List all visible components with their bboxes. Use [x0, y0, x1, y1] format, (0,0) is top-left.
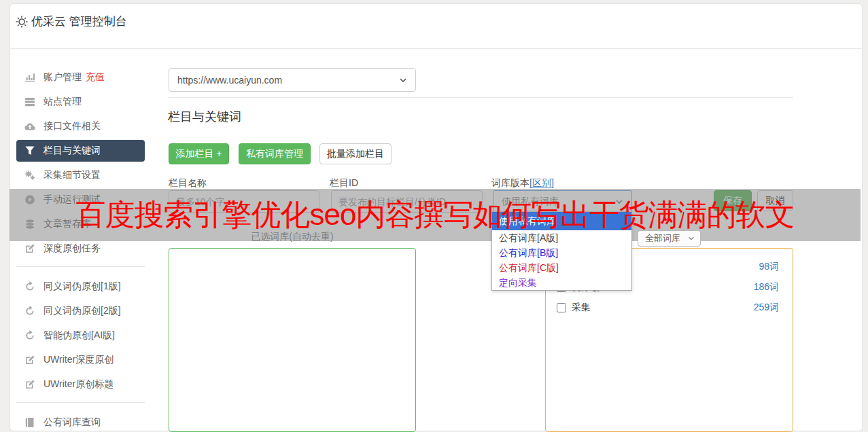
gears-icon — [24, 170, 35, 181]
sidebar-item-collection-settings[interactable]: 采集细节设置 — [16, 163, 145, 187]
word-list-label: 采集 — [572, 302, 591, 314]
word-list-row: 采集259词 — [546, 298, 793, 318]
sidebar-item-label: 深度原创任务 — [44, 242, 101, 255]
chevron-down-icon — [399, 76, 407, 84]
word-count: 259词 — [754, 302, 779, 314]
lexicon-filter-select[interactable]: 全部词库 — [638, 230, 701, 247]
dropdown-option-4[interactable]: 定向采集 — [492, 275, 631, 290]
sidebar-item-uwriter-original-title[interactable]: UWriter原创标题 — [16, 372, 145, 397]
word-count: 186词 — [754, 281, 779, 293]
sidebar-item-label: 同义词伪原创[2版] — [44, 305, 121, 317]
lexicon-version-label: 词库版本[区别] — [491, 177, 554, 190]
header-bar: 优采云 管理控制台 — [10, 3, 863, 49]
funnel-icon — [24, 145, 35, 156]
sidebar-item-uwriter-deep-original[interactable]: UWriter深度原创 — [16, 348, 145, 372]
sidebar-item-synonym-rewrite-v2[interactable]: 同义词伪原创[2版] — [16, 299, 145, 323]
sidebar-item-label: 账户管理 — [44, 71, 82, 84]
app-title: 优采云 管理控制台 — [31, 14, 127, 29]
dropdown-option-3[interactable]: 公有词库[C版] — [492, 260, 631, 275]
version-difference-link[interactable]: [区别] — [530, 177, 554, 188]
sidebar: 账户管理充值站点管理接口文件相关栏目与关键词采集细节设置手动运行测试文章暂存库深… — [16, 65, 145, 432]
edit-icon — [24, 379, 35, 390]
sidebar-item-label: UWriter原创标题 — [44, 378, 114, 391]
dropdown-option-0[interactable]: 使用私有词库 — [492, 212, 631, 230]
private-lexicon-button[interactable]: 私有词库管理 — [239, 143, 311, 164]
sidebar-item-label: 同义词伪原创[1版] — [44, 281, 121, 293]
sidebar-item-label: 站点管理 — [44, 96, 82, 108]
recharge-link[interactable]: 充值 — [86, 71, 105, 84]
page-title: 栏目与关键词 — [168, 109, 241, 125]
sidebar-divider — [16, 266, 145, 267]
sidebar-divider — [16, 402, 145, 403]
lexicon-version-dropdown: 使用私有词库公有词库[A版]公有词库[B版]公有词库[C版]定向采集 — [491, 211, 632, 291]
lexicon-filter-value: 全部词库 — [645, 232, 680, 245]
selected-lexicon-box — [169, 248, 416, 432]
header-content-divider — [169, 97, 793, 98]
book-icon — [24, 417, 35, 428]
cloud-upload-icon — [24, 121, 35, 132]
sidebar-item-label: 智能伪原创[AI版] — [44, 329, 115, 342]
column-id-label: 栏目ID — [330, 177, 358, 190]
site-url-select[interactable]: https://www.ucaiyun.com — [169, 68, 416, 92]
sidebar-item-public-lexicon-query[interactable]: 公有词库查询 — [16, 410, 145, 432]
bar-chart-icon — [24, 72, 35, 83]
refresh-icon — [24, 330, 35, 341]
word-count: 98词 — [759, 261, 779, 273]
dropdown-option-2[interactable]: 公有词库[B版] — [492, 245, 631, 260]
sidebar-item-ai-rewrite[interactable]: 智能伪原创[AI版] — [16, 323, 145, 348]
app-root: 优采云 管理控制台 账户管理充值站点管理接口文件相关栏目与关键词采集细节设置手动… — [0, 0, 868, 432]
refresh-icon — [24, 281, 35, 292]
server-icon — [24, 96, 35, 107]
edit-icon — [24, 243, 35, 254]
sidebar-item-label: 栏目与关键词 — [44, 145, 101, 157]
word-list-checkbox[interactable] — [557, 303, 566, 312]
sidebar-item-label: 采集细节设置 — [44, 169, 101, 181]
refresh-icon — [24, 306, 35, 317]
sidebar-item-label: 公有词库查询 — [44, 416, 101, 429]
gear-icon — [15, 15, 29, 29]
overlay-band — [10, 189, 861, 241]
batch-add-button[interactable]: 批量添加栏目 — [319, 143, 392, 164]
sidebar-item-label: 接口文件相关 — [44, 120, 101, 132]
sidebar-item-label: UWriter深度原创 — [44, 354, 114, 366]
sidebar-item-columns-keywords[interactable]: 栏目与关键词 — [16, 140, 145, 162]
sidebar-item-account-management[interactable]: 账户管理充值 — [16, 65, 145, 90]
dropdown-option-1[interactable]: 公有词库[A版] — [492, 230, 631, 245]
edit-icon — [24, 355, 35, 365]
sidebar-item-site-management[interactable]: 站点管理 — [16, 90, 145, 114]
site-url-value: https://www.ucaiyun.com — [177, 75, 282, 86]
chevron-down-icon — [688, 235, 695, 242]
sidebar-item-interface-files[interactable]: 接口文件相关 — [16, 114, 145, 139]
sidebar-item-synonym-rewrite-v1[interactable]: 同义词伪原创[1版] — [16, 274, 145, 299]
column-name-label: 栏目名称 — [169, 177, 207, 190]
add-column-button[interactable]: 添加栏目 + — [169, 143, 229, 164]
